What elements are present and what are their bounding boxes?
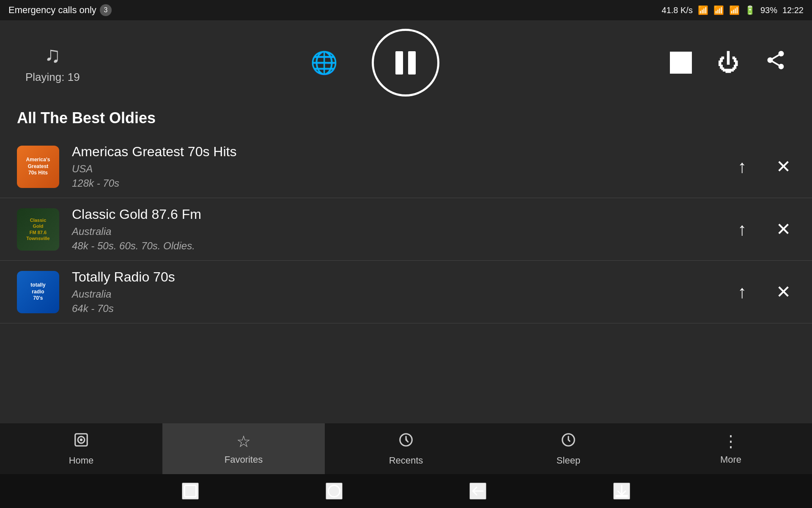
top-controls-left: ♫ Playing: 19 xyxy=(25,42,80,84)
svg-point-2 xyxy=(80,438,82,441)
remove-button[interactable]: ✕ xyxy=(772,215,795,244)
emergency-calls-text: Emergency calls only xyxy=(8,5,96,16)
station-name: Classic Gold 87.6 Fm xyxy=(72,207,721,222)
network-speed: 41.8 K/s xyxy=(662,6,693,15)
station-country: USA xyxy=(72,163,721,175)
battery-level: 93% xyxy=(760,6,777,15)
stop-button[interactable] xyxy=(670,52,692,74)
station-details: 128k - 70s xyxy=(72,177,721,189)
more-icon: ⋮ xyxy=(723,432,739,451)
remove-button[interactable]: ✕ xyxy=(772,152,795,181)
station-details: 48k - 50s. 60s. 70s. Oldies. xyxy=(72,240,721,252)
station-name: Americas Greatest 70s Hits xyxy=(72,144,721,160)
favorites-icon: ☆ xyxy=(236,432,251,451)
station-actions: ↑ ✕ xyxy=(733,152,795,181)
playing-status: Playing: 19 xyxy=(25,71,80,84)
top-controls-right: ⏻ xyxy=(670,49,787,76)
music-icon: ♫ xyxy=(44,42,61,67)
pause-icon xyxy=(395,51,416,75)
home-label: Home xyxy=(69,455,94,466)
station-details: 64k - 70s xyxy=(72,303,721,315)
station-logo: America'sGreatest70s Hits xyxy=(17,146,59,188)
sleep-label: Sleep xyxy=(557,455,580,466)
nav-item-favorites[interactable]: ☆ Favorites xyxy=(162,423,325,474)
recents-icon xyxy=(398,432,414,452)
nav-item-sleep[interactable]: Sleep xyxy=(487,423,650,474)
recents-label: Recents xyxy=(389,455,423,466)
sleep-icon xyxy=(560,432,576,452)
svg-point-6 xyxy=(329,486,340,497)
station-info: Classic Gold 87.6 Fm Australia 48k - 50s… xyxy=(72,207,721,252)
share-button[interactable] xyxy=(765,49,787,76)
recents-system-button[interactable] xyxy=(182,483,199,500)
home-system-button[interactable] xyxy=(326,483,343,500)
remove-button[interactable]: ✕ xyxy=(772,277,795,306)
radio-item[interactable]: ClassicGoldFM 87.6Townsville Classic Gol… xyxy=(0,198,812,261)
nav-item-recents[interactable]: Recents xyxy=(325,423,487,474)
page-title: All The Best Oldies xyxy=(0,105,812,135)
battery-icon: 🔋 xyxy=(745,5,755,15)
radio-item[interactable]: America'sGreatest70s Hits Americas Great… xyxy=(0,135,812,198)
wifi-icon: 📶 xyxy=(729,5,740,15)
back-system-button[interactable] xyxy=(469,483,486,500)
signal-icon: 📶 xyxy=(713,5,724,15)
home-icon xyxy=(73,432,89,452)
top-controls: ♫ Playing: 19 🌐 ⏻ xyxy=(0,20,812,105)
notification-badge: 3 xyxy=(100,4,112,16)
favorites-label: Favorites xyxy=(225,454,263,465)
bluetooth-icon: 📶 xyxy=(698,5,708,15)
station-actions: ↑ ✕ xyxy=(733,215,795,244)
station-logo: totallyradio70's xyxy=(17,271,59,313)
radio-item[interactable]: totallyradio70's Totally Radio 70s Austr… xyxy=(0,261,812,323)
bottom-nav: Home ☆ Favorites Recents Sleep ⋮ More xyxy=(0,423,812,474)
station-name: Totally Radio 70s xyxy=(72,269,721,285)
station-info: Americas Greatest 70s Hits USA 128k - 70… xyxy=(72,144,721,189)
upload-button[interactable]: ↑ xyxy=(733,215,751,244)
station-info: Totally Radio 70s Australia 64k - 70s xyxy=(72,269,721,315)
station-country: Australia xyxy=(72,226,721,237)
station-actions: ↑ ✕ xyxy=(733,277,795,306)
globe-icon[interactable]: 🌐 xyxy=(310,50,338,76)
status-bar-right: 41.8 K/s 📶 📶 📶 🔋 93% 12:22 xyxy=(662,5,804,15)
svg-rect-5 xyxy=(185,486,196,497)
download-system-button[interactable] xyxy=(613,483,630,500)
radio-list: America'sGreatest70s Hits Americas Great… xyxy=(0,135,812,323)
station-country: Australia xyxy=(72,288,721,300)
upload-button[interactable]: ↑ xyxy=(733,278,751,306)
status-bar: Emergency calls only 3 41.8 K/s 📶 📶 📶 🔋 … xyxy=(0,0,812,20)
power-button[interactable]: ⏻ xyxy=(717,50,739,75)
more-label: More xyxy=(720,454,741,465)
status-bar-left: Emergency calls only 3 xyxy=(8,4,112,16)
nav-item-home[interactable]: Home xyxy=(0,423,162,474)
system-nav xyxy=(0,474,812,508)
nav-item-more[interactable]: ⋮ More xyxy=(650,423,812,474)
pause-button[interactable] xyxy=(372,29,439,97)
clock: 12:22 xyxy=(782,6,804,15)
upload-button[interactable]: ↑ xyxy=(733,152,751,181)
radio-list-container: America'sGreatest70s Hits Americas Great… xyxy=(0,135,812,454)
station-logo: ClassicGoldFM 87.6Townsville xyxy=(17,208,59,251)
